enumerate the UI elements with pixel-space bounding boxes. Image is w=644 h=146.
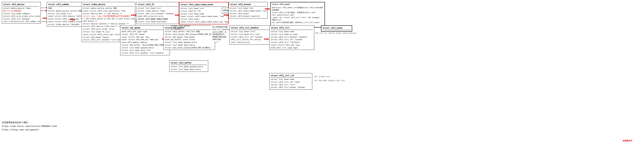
fh-vdev: struct video_device *vdev	[138, 10, 178, 12]
struct-vb2-queue-title: struct vb2_queue	[122, 26, 168, 30]
vd-parent: struct device *parent;/* device parent *…	[83, 23, 134, 25]
v4l2b-q: struct list_head queued_entry	[171, 65, 207, 68]
label-serial-8: 串链接	[264, 38, 269, 41]
vb-vb2plane: struct vb2_plane planes[VIDEO_MAX_PLANES…	[165, 46, 214, 49]
vq-queued: struct list_head queued_entry	[122, 46, 168, 49]
label-serial-3: 串链接	[131, 14, 136, 17]
bottom-links: 欢迎看看我发布的各个课程： https://edu.51cto.com/lect…	[2, 121, 58, 132]
vc-buckets: struct v4l2_ctrl **buckets	[271, 41, 313, 44]
se-sev: const struct v4l2_subscribed_event *sev	[180, 15, 227, 18]
fh-prio: enum v4l2_priority prio	[138, 15, 178, 18]
fh-handler: struct v4l2_ctrl_handler *handler	[138, 12, 178, 15]
struct-v4l2-event-standalone-title: struct v4l2_event	[322, 27, 350, 30]
vb-dentry: struct list_head done_entry	[165, 44, 214, 46]
vc-handler: struct v4l2_ctrl_handler *handler	[271, 36, 313, 38]
vd-comment1: /* Set either parent or v4l2_dev if your…	[83, 18, 134, 20]
vc-node: struct list_head node	[271, 30, 313, 33]
vq-type: enum v4l2_buf_type type	[122, 30, 168, 33]
label-vb2-buffer-note: struct v4l2_buffer	[171, 25, 190, 27]
label-sorted-list: for sorted list	[314, 76, 330, 78]
struct-v4l2-fh-title: struct v4l2_fh	[138, 3, 178, 7]
se-list: struct list_head list	[180, 7, 227, 10]
ke-event: struct v4l2_event	[230, 12, 266, 15]
cr-ctrl: struct v4l2_ctrl *ctrl	[271, 83, 311, 86]
vc-type: enum v4l2_ctrl_type type	[271, 46, 313, 49]
se-fh: struct v4l2_fh *fh	[180, 10, 227, 13]
struct-v4l2-kevent-title: struct v4l2_kevent	[230, 3, 266, 7]
field-list-note: 有list_head管链接	[3, 10, 40, 12]
vb-qentry: struct list_head queued_entry	[165, 41, 214, 44]
fh-list: struct list_head list	[138, 7, 178, 10]
struct-subscribed-event-title: struct v4l2_subscribed_event	[180, 3, 227, 7]
note-v4l2-event: struct v4l2_event 对于struct v4l2_event_ct…	[270, 2, 325, 28]
vd-comment2: v4l2_device */	[83, 20, 134, 22]
fh-subscribed: struct list_head subscribed	[138, 18, 178, 20]
struct-subscribed-event: struct v4l2_subscribed_event struct list…	[179, 2, 228, 24]
vq-memops: const struct vb2_mem_ops *mem_ops	[122, 38, 168, 41]
field-prio: struct v4l2_prio_state prio_state	[3, 15, 40, 18]
vq-owner: struct v4l2_fh *owner	[122, 33, 168, 36]
struct-v4l2-kevent: struct v4l2_kevent struct list_head list…	[228, 2, 268, 19]
label-serial-5: 串链接	[223, 14, 228, 17]
bottom-line-3: https://blog.csdn.net/gaoneil	[2, 128, 58, 132]
label-serial-2: 串链接	[70, 19, 75, 21]
main-canvas: struct v4l2_device struct media_device *…	[0, 0, 644, 146]
vc-evsubs: struct list_head ev_subs	[271, 33, 313, 36]
vq-memory: enum v4l2_memory memory	[122, 41, 168, 44]
vb-planes: struct v4l2_plane v4l2_planes[VIDEO_MAX_…	[165, 33, 214, 36]
ch-ctrls: struct list_head ctrls	[231, 30, 271, 33]
ke-list: struct list_head list	[230, 7, 266, 10]
struct-video-device-title: struct video_device	[83, 3, 134, 7]
label-serial-6: 串链接	[264, 8, 270, 10]
cr-node: struct list_head node	[271, 78, 311, 81]
struct-v4l2-ctrl-title: struct v4l2_ctrl	[271, 26, 313, 30]
label-hash-list: for the hash single-link list	[314, 80, 345, 81]
field-mdev: struct media_device *mdev	[3, 7, 40, 10]
cr-next: struct v4l2_ctrl_ref *next	[271, 81, 311, 83]
fh-available: struct list_head available	[138, 20, 178, 23]
struct-v4l2-buffer-title: struct v4l2_buffer	[171, 61, 207, 65]
vb-v4l2buf: struct v4l2_buffer v4l2_buf 内嵌	[165, 30, 214, 33]
struct-v4l2-ctrl-ref: struct v4l2_ctrl_ref struct list_head no…	[270, 73, 312, 90]
ke-sev: struct v4l2_subscribed_event *sev	[230, 10, 266, 12]
cr-helper: struct v4l2_ctrl_helper *helper	[271, 86, 311, 89]
struct-v4l2-ctrl-ref-title: struct v4l2_ctrl_ref	[271, 74, 311, 78]
struct-v4l2-device-title: struct v4l2_device	[3, 3, 40, 7]
field-subdevs: struct list_head subdevs	[3, 12, 40, 15]
field-ctrl-handler: struct v4l2_ctrl_handler	[3, 18, 40, 20]
vq-ctrl: struct v4l2_ctrl_handler *ctrl_handler	[122, 52, 168, 54]
struct-v4l2-event-standalone: struct v4l2_event	[321, 25, 352, 32]
v4l2b-d: struct list_head done_entry	[171, 68, 207, 71]
vd-cdev: struct cdev *cdev 向应用层暴露出的字符设备接口	[83, 15, 134, 18]
struct-v4l2-fh: struct v4l2_fh struct list_head list str…	[136, 2, 179, 24]
field-notify: void (*notify)(struct v4l2_subdev *sd, u…	[3, 20, 40, 23]
vd-entity: struct media_entity entity 内嵌	[83, 7, 134, 10]
vc-ops: const struct v4l2_ops *ops	[271, 44, 313, 46]
bottom-line-2: https://edu.51cto.com/lecturer/8896847.h…	[2, 124, 58, 128]
vq-ops: const struct vb2_ops *ops	[122, 36, 168, 38]
vb-state: enum vb2_buffer_state state	[165, 38, 214, 41]
vc-cached: struct v4l2_ctrl_ref *cached	[271, 38, 313, 41]
ch-refs: struct list_head ctrl_refs	[231, 33, 271, 36]
vd-fop: const struct v4l2_file_operations *fop	[83, 10, 134, 12]
ke-events: struct v4l2_kevent events[]	[230, 15, 266, 18]
se-event: struct v4l2_event	[180, 18, 227, 21]
label-ev-subs-note: The list of control event subscriptions	[315, 32, 356, 34]
vq-bufs: struct vb2_buffer *bufs[VIDEO_MAX_FRAME]	[122, 44, 168, 46]
label-vb2-buffer-detail: 用于本层次的	[171, 27, 182, 30]
watermark: 创知路技术	[622, 139, 632, 142]
struct-v4l2-buffer: struct v4l2_buffer struct list_head queu…	[169, 60, 208, 72]
struct-ctrl-handler-title: struct v4l2_ctrl_handler	[231, 26, 271, 30]
vq-done: struct list_head done_list	[122, 49, 168, 52]
vb-queue: struct vb2_queue *vb2_queue	[165, 36, 214, 38]
ch-privnotify: void *notify_priv	[231, 41, 271, 44]
vd-dev: struct device dev; /* v4l device */	[83, 12, 134, 15]
struct-v4l2-ctrl: struct v4l2_ctrl struct list_head node s…	[270, 25, 314, 50]
se-ops: const struct v4l2_subscribed_event_ops *…	[180, 21, 227, 23]
se-node: struct list_head node	[180, 13, 227, 15]
bottom-line-1: 欢迎看看我发布的各个课程：	[2, 121, 58, 124]
struct-ctrl-handler: struct v4l2_ctrl_handler struct list_hea…	[230, 25, 272, 45]
struct-v4l2-device: struct v4l2_device struct media_device *…	[2, 2, 41, 24]
